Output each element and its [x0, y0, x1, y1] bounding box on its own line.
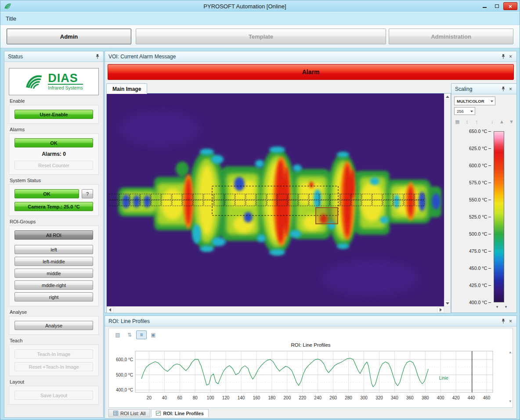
shift-down-icon[interactable]: ↓: [488, 118, 496, 125]
svg-text:80: 80: [193, 395, 198, 400]
close-icon[interactable]: ×: [507, 317, 514, 325]
help-button[interactable]: ?: [82, 189, 93, 198]
color-scale-tick: 400.0 °C: [469, 299, 491, 305]
max-set-icon[interactable]: ▲: [498, 118, 506, 125]
alarms-ok-button[interactable]: OK: [14, 138, 93, 147]
app-icon: [4, 2, 12, 10]
app-window: PYROSOFT Automation [Online] × Title Adm…: [0, 0, 520, 420]
roi-group-all-roi[interactable]: All ROI: [14, 230, 93, 240]
chart-scroll-up-icon[interactable]: ▴: [509, 350, 511, 354]
export-image-icon[interactable]: ▧: [112, 330, 123, 339]
analyse-group-label: Analyse: [10, 309, 98, 315]
scale-max-spinner-icon[interactable]: ▾: [502, 304, 509, 309]
close-icon[interactable]: ×: [507, 85, 514, 93]
fit-range-icon[interactable]: ↕: [463, 118, 471, 125]
chart-title: ROI: Line Profiles: [109, 342, 513, 348]
status-panel-title: Status: [8, 54, 94, 60]
color-scale-ticks: 650.0 °C625.0 °C600.0 °C575.0 °C550.0 °C…: [451, 131, 491, 302]
roi-group-mddle-right[interactable]: mddle-right: [14, 280, 93, 290]
svg-text:360: 360: [406, 395, 414, 400]
scroll-right-icon[interactable]: [437, 307, 444, 313]
color-scale-tick: 425.0 °C: [469, 282, 491, 288]
scroll-up-icon[interactable]: [444, 93, 451, 100]
roi-selected[interactable]: [316, 208, 338, 224]
title-label: Title: [6, 15, 16, 22]
scroll-left-icon[interactable]: [107, 307, 113, 313]
list-view-icon[interactable]: ≡: [136, 330, 147, 339]
analyse-button[interactable]: Analyse: [14, 321, 93, 330]
system-status-label: System Status: [10, 178, 98, 183]
scrollbar-corner: [444, 306, 451, 313]
maximize-button[interactable]: [491, 2, 502, 10]
image-frame: [106, 93, 451, 313]
pin-icon[interactable]: [94, 53, 101, 60]
line-profile-chart[interactable]: 2040608010012014016018020022024026028030…: [110, 349, 512, 406]
pin-icon[interactable]: [499, 53, 507, 60]
color-scale-tick: 500.0 °C: [469, 231, 491, 237]
reset-teach-in-image-button[interactable]: Reset +Teach-In Image: [14, 362, 93, 371]
shift-up-icon[interactable]: ↑: [473, 118, 480, 125]
teach-in-image-button[interactable]: Teach-In Image: [14, 349, 93, 359]
tab-administration[interactable]: Administration: [389, 29, 513, 44]
roi-group-middle[interactable]: middle: [14, 269, 93, 278]
roi-group-buttons: All ROIleftleft-middlemiddlemddle-rightr…: [9, 226, 99, 306]
svg-text:100: 100: [207, 395, 214, 400]
svg-text:500,0 °C: 500,0 °C: [116, 373, 133, 377]
tab-line-profiles-label: ROI: Line Profiles: [163, 411, 203, 416]
pin-icon[interactable]: [499, 85, 507, 93]
roi-groups: ROI-Groups All ROIleftleft-middlemiddlem…: [9, 219, 99, 306]
camera-temp-button[interactable]: Camera Temp.: 25.0 °C: [14, 202, 93, 211]
tab-template[interactable]: Template: [136, 29, 386, 44]
user-enable-button[interactable]: User-Enable: [14, 110, 93, 119]
layout-group-label: Layout: [10, 379, 98, 384]
enable-group-label: Enable: [10, 98, 98, 104]
levels-select-value: 256: [457, 109, 464, 114]
tab-line-profiles[interactable]: ROI: Line Profiles: [151, 409, 208, 417]
reset-counter-button[interactable]: Reset Counter: [14, 161, 93, 170]
svg-text:420: 420: [452, 395, 460, 400]
line-profiles-panel: ROI: Line Profiles × ▧⇅≡▣ ROI: Line Prof…: [105, 316, 517, 419]
svg-text:60: 60: [177, 395, 183, 400]
roi-group-left[interactable]: left: [14, 245, 93, 254]
chart-scroll-down-icon[interactable]: ▾: [509, 399, 511, 403]
copy-icon[interactable]: ▣: [148, 330, 159, 339]
image-vertical-scrollbar[interactable]: [444, 93, 451, 306]
save-layout-button[interactable]: Save Layout: [14, 391, 93, 400]
roi-overlay: [107, 93, 444, 306]
chevron-down-icon: [491, 101, 493, 104]
close-button[interactable]: ×: [503, 2, 517, 10]
scale-min-spinner-icon[interactable]: ▾: [494, 304, 501, 309]
system-ok-button[interactable]: OK: [14, 189, 79, 198]
color-scale-tick: 625.0 °C: [469, 145, 491, 151]
dias-logo-icon: [25, 73, 44, 90]
scaling-panel-header: Scaling ×: [451, 84, 516, 94]
pin-icon[interactable]: [499, 317, 507, 325]
thermal-image-view[interactable]: [107, 93, 444, 306]
roi-group-left-middle[interactable]: left-middle: [14, 257, 93, 266]
close-icon[interactable]: ×: [507, 53, 514, 60]
svg-text:220: 220: [299, 395, 306, 400]
analyse-group: Analyse Analyse: [9, 309, 99, 335]
roi-group-right[interactable]: right: [14, 292, 93, 302]
sort-icon[interactable]: ⇅: [124, 330, 135, 339]
profiles-panel-header: ROI: Line Profiles ×: [105, 316, 516, 327]
tab-main-image[interactable]: Main Image: [106, 83, 147, 94]
tab-roi-list[interactable]: ROI List: All: [108, 409, 150, 417]
scroll-down-icon[interactable]: [444, 300, 451, 306]
levels-select[interactable]: 256: [454, 107, 475, 115]
tab-admin[interactable]: Admin: [7, 29, 131, 44]
palette-select-value: MULTICOLOR: [457, 99, 484, 104]
color-scale-bar[interactable]: [494, 131, 504, 302]
min-set-icon[interactable]: ▼: [508, 118, 515, 125]
minimize-button[interactable]: [479, 2, 490, 10]
palette-grid-icon[interactable]: ▦: [454, 118, 461, 125]
alarm-banner[interactable]: Alarm: [108, 64, 514, 80]
svg-text:140: 140: [238, 395, 245, 400]
status-panel-header: Status: [4, 51, 103, 62]
roi-strip[interactable]: [109, 194, 424, 206]
window-title: PYROSOFT Automation [Online]: [12, 3, 478, 10]
color-scale-tick: 650.0 °C: [469, 128, 491, 134]
svg-text:400,0 °C: 400,0 °C: [116, 388, 133, 392]
image-horizontal-scrollbar[interactable]: [107, 306, 444, 313]
palette-select[interactable]: MULTICOLOR: [454, 97, 495, 105]
